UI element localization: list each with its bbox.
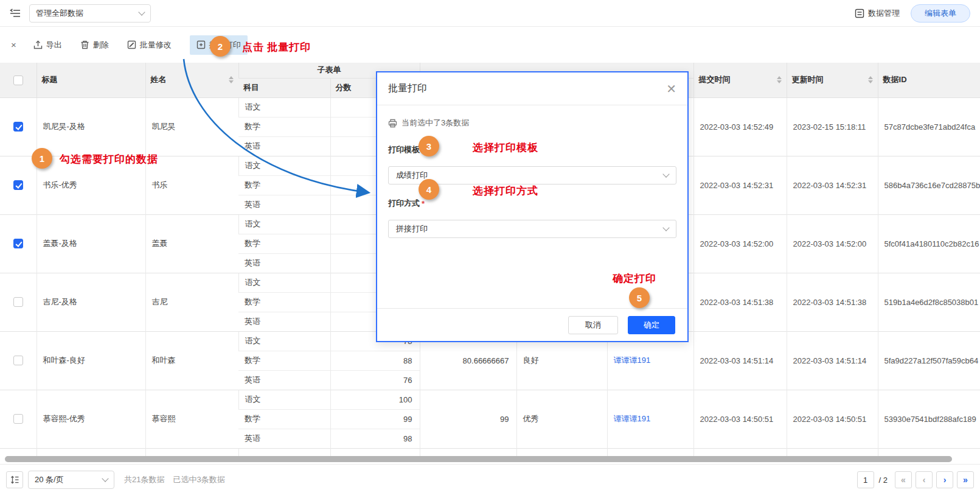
chevron-down-icon [138, 9, 145, 15]
column-header-subject: 科目 [238, 78, 330, 97]
print-mode-select[interactable]: 拼接打印 [388, 220, 676, 238]
cell-subject: 语文 [238, 390, 330, 409]
selected-info-label: 当前选中了3条数据 [401, 118, 469, 128]
cell-name: 书乐 [145, 156, 238, 214]
cell-data-id: 5fa9d227a12f507fa59cb64 [878, 331, 980, 390]
cell-subject: 数学 [238, 175, 330, 195]
step-text-4: 选择打印方式 [473, 184, 538, 198]
step-badge-2: 2 [210, 36, 231, 57]
collapse-sidebar-icon[interactable] [10, 7, 22, 19]
row-checkbox[interactable] [13, 180, 23, 190]
next-page-button[interactable]: › [936, 471, 953, 488]
column-header-data-id[interactable]: 数据ID [878, 63, 980, 97]
horizontal-scrollbar[interactable] [5, 456, 952, 462]
required-mark: * [422, 199, 425, 208]
select-all-checkbox[interactable] [13, 75, 23, 85]
cell-update-time: 2022-03-03 14:51:38 [787, 273, 878, 331]
sort-icon[interactable] [777, 76, 782, 83]
table-cell [787, 448, 878, 456]
cell-subject: 语文 [238, 156, 330, 175]
row-checkbox[interactable] [13, 239, 23, 248]
step-badge-5: 5 [629, 287, 650, 308]
column-header-update-time[interactable]: 更新时间 [787, 63, 878, 97]
print-mode-value: 拼接打印 [396, 223, 428, 234]
cell-subject: 数学 [238, 292, 330, 312]
row-checkbox-cell [0, 97, 36, 156]
cell-submit-time: 2022-03-03 14:52:49 [693, 97, 787, 156]
cell-subject: 数学 [238, 234, 330, 253]
data-scope-select[interactable]: 管理全部数据 [29, 4, 151, 23]
row-checkbox-cell [0, 156, 36, 214]
total-count-label: 共21条数据 [124, 474, 164, 485]
step-text-5: 确定打印 [613, 272, 656, 286]
step-text-3: 选择打印模板 [473, 141, 538, 155]
prev-page-button[interactable]: ‹ [916, 471, 933, 488]
sort-icon[interactable] [868, 76, 873, 83]
cell-name: 慕容熙 [145, 390, 238, 448]
delete-label: 删除 [93, 40, 109, 51]
page-input[interactable]: 1 [857, 471, 874, 488]
row-height-button[interactable] [6, 471, 23, 488]
cell-average: 99 [420, 390, 516, 448]
cell-title: 慕容熙-优秀 [36, 390, 145, 448]
column-header-name[interactable]: 姓名 [145, 63, 238, 97]
confirm-button[interactable]: 确定 [628, 316, 675, 334]
top-bar: 管理全部数据 数据管理 编辑表单 [0, 0, 980, 27]
modal-title: 批量打印 [388, 82, 427, 95]
cell-subject: 英语 [238, 136, 330, 156]
export-button[interactable]: 导出 [33, 40, 62, 51]
row-checkbox-cell [0, 273, 36, 331]
table-cell [420, 448, 516, 456]
table-cell [330, 448, 420, 456]
table-cell [36, 448, 145, 456]
table-cell [516, 448, 607, 456]
cell-name: 吉尼 [145, 273, 238, 331]
clear-selection-button[interactable]: × [11, 40, 16, 50]
cell-title: 凯尼昊-及格 [36, 97, 145, 156]
row-checkbox[interactable] [13, 414, 23, 424]
cell-score: 88 [330, 351, 420, 370]
column-header-title[interactable]: 标题 [36, 63, 145, 97]
row-checkbox[interactable] [13, 356, 23, 365]
row-checkbox-cell [0, 214, 36, 273]
table-cell [0, 448, 36, 456]
footer-bar: 20 条/页 共21条数据 已选中3条数据 1 / 2 « ‹ › » [0, 464, 980, 495]
cancel-button[interactable]: 取消 [568, 316, 618, 334]
step-text-2: 点击 批量打印 [242, 40, 311, 54]
printer-icon [388, 119, 397, 128]
cell-subject: 英语 [238, 429, 330, 448]
last-page-button[interactable]: » [957, 471, 974, 488]
step-badge-4: 4 [419, 179, 439, 200]
cell-subject: 英语 [238, 370, 330, 390]
cell-submit-time: 2022-03-03 14:51:14 [693, 331, 787, 390]
batch-edit-button[interactable]: 批量修改 [127, 40, 172, 51]
page-size-value: 20 条/页 [35, 474, 64, 485]
cell-subject: 语文 [238, 273, 330, 292]
column-header-submit-time[interactable]: 提交时间 [693, 63, 787, 97]
export-label: 导出 [46, 40, 62, 51]
edit-form-button[interactable]: 编辑表单 [911, 4, 970, 23]
table-cell [878, 448, 980, 456]
chevron-down-icon [102, 475, 108, 482]
step-text-1: 勾选需要打印的数据 [60, 152, 158, 166]
page-size-select[interactable]: 20 条/页 [28, 471, 114, 489]
first-page-button[interactable]: « [895, 471, 912, 488]
data-manage-label: 数据管理 [868, 8, 900, 19]
delete-button[interactable]: 删除 [80, 40, 109, 51]
cell-subject: 数学 [238, 117, 330, 136]
batch-edit-label: 批量修改 [140, 40, 172, 51]
row-checkbox[interactable] [13, 122, 23, 132]
table-cell [238, 448, 330, 456]
cell-subject: 语文 [238, 331, 330, 351]
cell-name: 凯尼昊 [145, 97, 238, 156]
cell-user-link[interactable]: 谭谭谭191 [614, 356, 651, 365]
data-manage-button[interactable]: 数据管理 [855, 8, 900, 19]
cell-link: 谭谭谭191 [607, 390, 693, 448]
trash-icon [80, 40, 89, 49]
table-cell [607, 448, 693, 456]
cell-user-link[interactable]: 谭谭谭191 [614, 414, 651, 423]
table-row-partial [0, 448, 980, 456]
row-checkbox[interactable] [13, 297, 23, 307]
sort-icon[interactable] [229, 76, 234, 83]
close-icon[interactable]: ✕ [666, 83, 676, 95]
